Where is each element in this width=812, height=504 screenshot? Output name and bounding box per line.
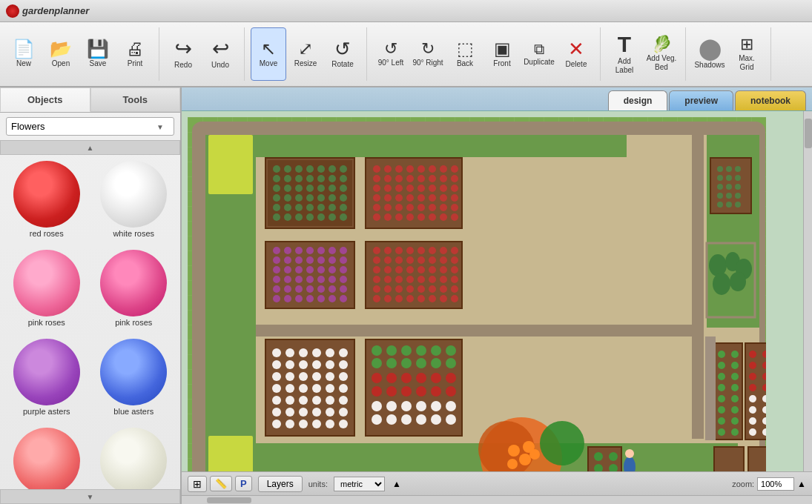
add-veg-bed-button[interactable]: 🥬 Add Veg. Bed: [644, 27, 679, 81]
scrollbar-thumb-h[interactable]: [207, 497, 251, 503]
svg-point-80: [451, 185, 458, 192]
object-item-white-roses[interactable]: white roses: [93, 158, 175, 241]
svg-point-83: [395, 194, 403, 202]
grid-view-button[interactable]: ⊞: [188, 476, 207, 492]
tab-tools[interactable]: Tools: [90, 87, 181, 112]
svg-point-168: [384, 247, 392, 254]
svg-point-102: [429, 213, 436, 221]
svg-point-174: [451, 247, 458, 254]
svg-point-194: [406, 276, 414, 283]
svg-point-219: [713, 273, 730, 295]
svg-point-173: [440, 247, 447, 254]
svg-point-283: [446, 345, 456, 356]
svg-point-30: [295, 185, 303, 192]
svg-point-163: [317, 295, 325, 302]
svg-point-199: [373, 285, 380, 293]
object-item-blue-asters[interactable]: blue asters: [93, 336, 175, 419]
svg-point-212: [429, 295, 436, 302]
svg-point-25: [317, 175, 325, 182]
undo-label: Undo: [211, 61, 229, 70]
svg-point-21: [273, 175, 280, 182]
svg-point-38: [306, 194, 314, 202]
svg-point-132: [284, 256, 291, 264]
svg-point-165: [340, 295, 347, 302]
svg-point-23: [295, 175, 303, 182]
save-button[interactable]: 💾 Save: [80, 27, 116, 81]
rotate-right-button[interactable]: ↻ 90° Right: [410, 27, 446, 81]
svg-point-269: [326, 408, 334, 417]
object-item-pink-roses-2[interactable]: pink roses: [93, 247, 175, 330]
resize-button[interactable]: ⤢ Resize: [288, 27, 323, 81]
canvas-scroll[interactable]: [182, 111, 812, 471]
horizontal-scrollbar[interactable]: [182, 495, 812, 504]
zoom-area: zoom: ▲: [732, 477, 806, 491]
svg-point-335: [731, 362, 739, 369]
svg-point-265: [272, 408, 281, 417]
svg-point-89: [373, 204, 380, 211]
open-button[interactable]: 📂 Open: [43, 27, 79, 81]
rotate-button[interactable]: ↺ Rotate: [325, 27, 360, 81]
svg-point-210: [406, 295, 414, 302]
tab-notebook[interactable]: notebook: [735, 90, 806, 110]
undo-button[interactable]: ↩ Undo: [202, 27, 238, 81]
redo-button[interactable]: ↩ Redo: [165, 27, 201, 81]
svg-point-247: [272, 372, 281, 381]
svg-point-198: [451, 276, 458, 283]
tab-objects[interactable]: Objects: [0, 87, 90, 112]
svg-point-278: [372, 345, 382, 356]
garden-svg[interactable]: [188, 117, 766, 471]
svg-point-130: [340, 247, 347, 254]
svg-point-286: [401, 358, 412, 368]
add-label-button[interactable]: T Add Label: [607, 27, 642, 81]
canvas-wrapper[interactable]: [182, 111, 812, 471]
shadows-label: Shadows: [694, 61, 724, 70]
object-item-pink-asters[interactable]: pink asters: [6, 425, 88, 489]
svg-point-264: [339, 396, 348, 405]
front-button[interactable]: ▣ Front: [484, 27, 520, 81]
max-grid-button[interactable]: ⊞ Max. Grid: [729, 27, 765, 81]
svg-point-67: [395, 175, 403, 182]
svg-point-66: [384, 175, 392, 182]
svg-point-46: [317, 204, 325, 211]
svg-point-253: [272, 384, 281, 393]
ruler-button[interactable]: 📏: [210, 476, 232, 491]
move-button[interactable]: ↖ Move: [251, 27, 286, 81]
rotate-left-button[interactable]: ↺ 90° Left: [373, 27, 409, 81]
svg-point-161: [295, 295, 303, 302]
tab-preview[interactable]: preview: [669, 90, 733, 110]
duplicate-button[interactable]: ⧉ Duplicate: [521, 27, 557, 81]
print-button[interactable]: 🖨 Print: [117, 27, 153, 81]
shadows-button[interactable]: ⬤ Shadows: [692, 27, 727, 81]
object-item-red-roses[interactable]: red roses: [6, 158, 88, 241]
svg-point-261: [299, 396, 308, 405]
rotate-right-icon: ↻: [421, 41, 435, 57]
object-item-pink-roses-1[interactable]: pink roses: [6, 247, 88, 330]
object-item-purple-asters[interactable]: purple asters: [6, 336, 88, 419]
scrollbar-thumb-v[interactable]: [805, 119, 812, 148]
back-button[interactable]: ⬚ Back: [447, 27, 483, 81]
units-arrow-up[interactable]: ▲: [392, 479, 401, 489]
scroll-down-button[interactable]: ▼: [0, 489, 180, 504]
category-select[interactable]: Flowers Trees Vegetables Paths Structure…: [6, 117, 174, 136]
tab-design[interactable]: design: [608, 90, 668, 110]
delete-icon: ✕: [568, 39, 584, 59]
new-button[interactable]: 📄 New: [6, 27, 42, 81]
svg-point-333: [731, 351, 739, 358]
svg-rect-8: [208, 135, 253, 194]
view-tools: ⬤ Shadows ⊞ Max. Grid: [692, 27, 771, 81]
svg-point-256: [312, 384, 321, 393]
svg-rect-324: [714, 447, 744, 471]
svg-point-304: [401, 401, 412, 411]
object-item-white-asters[interactable]: white asters: [93, 425, 175, 489]
svg-point-206: [451, 285, 458, 293]
vertical-scrollbar[interactable]: [803, 111, 812, 471]
svg-point-104: [451, 213, 458, 221]
units-select[interactable]: metric imperial: [334, 477, 385, 491]
zoom-arrow-up[interactable]: ▲: [797, 479, 806, 489]
scroll-up-button[interactable]: ▲: [0, 140, 180, 155]
object-label-pink-roses-1: pink roses: [28, 318, 65, 327]
marker-button[interactable]: P: [235, 476, 252, 491]
delete-button[interactable]: ✕ Delete: [558, 27, 594, 81]
zoom-input[interactable]: [757, 477, 794, 491]
layers-button[interactable]: Layers: [258, 476, 303, 492]
